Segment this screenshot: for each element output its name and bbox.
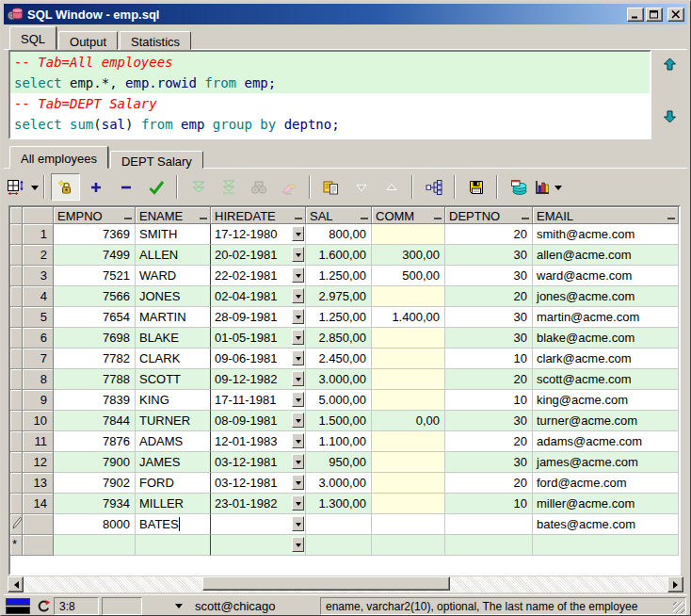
result-tab-all-employees[interactable]: All employees bbox=[9, 146, 108, 169]
cell-comm[interactable] bbox=[372, 535, 445, 556]
cell-sal[interactable] bbox=[306, 535, 372, 556]
cell-email[interactable]: bates@acme.com bbox=[533, 514, 679, 535]
cell-deptno[interactable]: 10 bbox=[445, 349, 533, 369]
date-dropdown-button[interactable] bbox=[292, 267, 304, 283]
cell-comm[interactable] bbox=[372, 390, 445, 411]
row-number[interactable]: 13 bbox=[23, 473, 54, 494]
cell-deptno[interactable]: 20 bbox=[445, 369, 533, 390]
row-number[interactable]: 3 bbox=[23, 266, 54, 286]
row-number[interactable]: 1 bbox=[23, 224, 54, 245]
date-dropdown-button[interactable] bbox=[292, 475, 304, 490]
cell-sal[interactable]: 2.850,00 bbox=[306, 328, 372, 349]
row-number[interactable]: 4 bbox=[23, 286, 54, 307]
cell-hiredate[interactable]: 20-02-1981 bbox=[211, 245, 306, 266]
cell-hiredate[interactable]: 22-02-1981 bbox=[211, 266, 306, 286]
cell-comm[interactable] bbox=[372, 286, 445, 307]
row-indicator[interactable] bbox=[10, 473, 23, 494]
cell-ename[interactable]: TURNER bbox=[136, 411, 211, 431]
scrollbar-thumb[interactable] bbox=[202, 576, 450, 591]
scrollbar-left-button[interactable] bbox=[8, 576, 24, 592]
column-header-sal[interactable]: SAL bbox=[306, 207, 372, 224]
scrollbar-right-button[interactable] bbox=[667, 576, 683, 592]
post-changes-button[interactable] bbox=[141, 173, 170, 201]
cell-empno[interactable]: 7788 bbox=[54, 369, 136, 390]
cell-email[interactable]: james@acme.com bbox=[533, 452, 679, 473]
cell-email[interactable]: martin@acme.com bbox=[533, 307, 679, 328]
dropdown-caret-icon[interactable] bbox=[31, 186, 39, 194]
row-indicator[interactable] bbox=[10, 307, 23, 328]
cell-sal[interactable]: 1.300,00 bbox=[306, 494, 372, 514]
cell-deptno[interactable]: 30 bbox=[445, 307, 533, 328]
scroll-up-button[interactable] bbox=[663, 57, 677, 72]
cell-email[interactable]: ward@acme.com bbox=[533, 266, 679, 286]
lock-button[interactable] bbox=[51, 173, 80, 201]
cell-empno[interactable]: 7839 bbox=[54, 390, 136, 411]
cell-sal[interactable]: 1.600,00 bbox=[306, 245, 372, 266]
date-dropdown-button[interactable] bbox=[292, 288, 304, 303]
cell-deptno[interactable]: 10 bbox=[445, 494, 533, 514]
cell-hiredate[interactable]: 28-09-1981 bbox=[211, 307, 306, 328]
cell-comm[interactable]: 0,00 bbox=[372, 411, 445, 431]
cell-ename[interactable]: FORD bbox=[136, 473, 211, 494]
dropdown-caret-icon[interactable] bbox=[554, 186, 562, 194]
row-indicator[interactable]: * bbox=[10, 535, 23, 556]
cell-deptno[interactable]: 30 bbox=[445, 452, 533, 473]
cell-email[interactable]: blake@acme.com bbox=[533, 328, 679, 349]
cell-email[interactable]: smith@acme.com bbox=[533, 224, 679, 245]
cell-ename[interactable]: ALLEN bbox=[136, 245, 211, 266]
close-button[interactable] bbox=[667, 8, 684, 22]
row-number[interactable]: 12 bbox=[23, 452, 54, 473]
resize-grip[interactable] bbox=[673, 602, 684, 613]
sql-editor[interactable]: -- Tab=All employeesselect emp.*, emp.ro… bbox=[8, 50, 651, 139]
column-header-empno[interactable]: EMPNO bbox=[54, 207, 136, 224]
date-dropdown-button[interactable] bbox=[292, 392, 304, 407]
row-number[interactable]: 11 bbox=[23, 431, 54, 452]
cell-hiredate[interactable]: 17-12-1980 bbox=[211, 224, 306, 245]
cell-email[interactable] bbox=[533, 535, 679, 556]
cell-sal[interactable] bbox=[306, 514, 372, 535]
cell-hiredate[interactable]: 12-01-1983 bbox=[211, 431, 306, 452]
cell-deptno[interactable]: 10 bbox=[445, 390, 533, 411]
cell-comm[interactable] bbox=[372, 514, 445, 535]
cell-hiredate[interactable] bbox=[211, 514, 306, 535]
scroll-down-button[interactable] bbox=[663, 109, 677, 123]
row-indicator[interactable] bbox=[10, 390, 23, 411]
cell-comm[interactable] bbox=[372, 328, 445, 349]
row-indicator[interactable] bbox=[10, 224, 23, 245]
row-number[interactable]: 2 bbox=[23, 245, 54, 266]
row-number[interactable]: 14 bbox=[23, 494, 54, 514]
tab-statistics[interactable]: Statistics bbox=[120, 31, 191, 50]
cell-hiredate[interactable] bbox=[211, 535, 306, 556]
cell-hiredate[interactable]: 17-11-1981 bbox=[211, 390, 306, 411]
maximize-button[interactable] bbox=[646, 8, 663, 22]
cell-email[interactable]: adams@acme.com bbox=[533, 431, 679, 452]
column-header-deptno[interactable]: DEPTNO bbox=[445, 207, 533, 224]
tab-sql[interactable]: SQL bbox=[9, 26, 56, 50]
date-dropdown-button[interactable] bbox=[292, 413, 304, 428]
row-number[interactable]: 7 bbox=[23, 349, 54, 369]
cell-empno[interactable]: 7844 bbox=[54, 411, 136, 431]
cell-deptno[interactable] bbox=[445, 514, 533, 535]
cell-email[interactable]: scott@acme.com bbox=[533, 369, 679, 390]
cell-empno[interactable] bbox=[54, 535, 136, 556]
cell-empno[interactable]: 7876 bbox=[54, 431, 136, 452]
cell-deptno[interactable]: 20 bbox=[445, 473, 533, 494]
date-dropdown-button[interactable] bbox=[292, 247, 304, 262]
row-indicator[interactable] bbox=[10, 369, 23, 390]
cell-sal[interactable]: 5.000,00 bbox=[306, 390, 372, 411]
cell-hiredate[interactable]: 23-01-1982 bbox=[211, 494, 306, 514]
cell-comm[interactable]: 500,00 bbox=[372, 266, 445, 286]
row-number[interactable] bbox=[23, 514, 54, 535]
grid-options-button[interactable] bbox=[8, 173, 38, 201]
report-button[interactable] bbox=[504, 173, 533, 201]
chart-button[interactable] bbox=[534, 173, 563, 201]
cell-hiredate[interactable]: 03-12-1981 bbox=[211, 473, 306, 494]
row-number[interactable]: 5 bbox=[23, 307, 54, 328]
cell-empno[interactable]: 7902 bbox=[54, 473, 136, 494]
cell-deptno[interactable]: 30 bbox=[445, 411, 533, 431]
cell-deptno[interactable]: 30 bbox=[445, 328, 533, 349]
cell-sal[interactable]: 2.975,00 bbox=[306, 286, 372, 307]
cell-empno[interactable]: 7499 bbox=[54, 245, 136, 266]
cell-ename[interactable]: SCOTT bbox=[136, 369, 211, 390]
cell-sal[interactable]: 800,00 bbox=[306, 224, 372, 245]
